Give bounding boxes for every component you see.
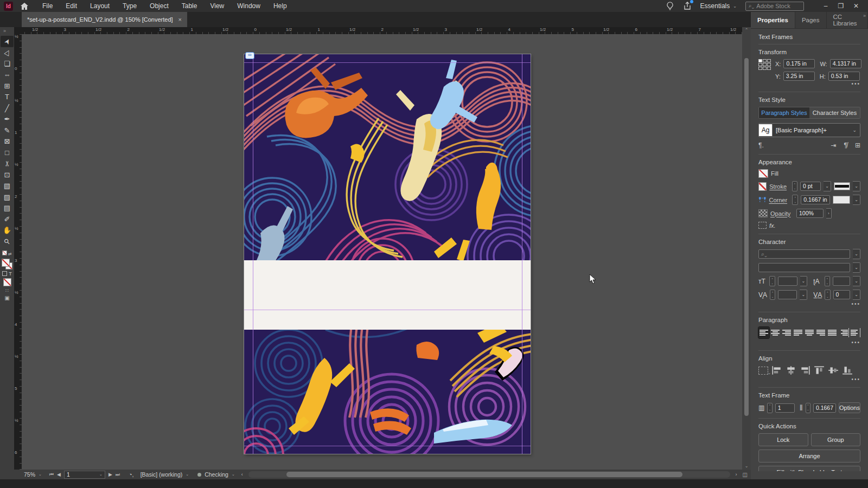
align-vertical-centers-button[interactable] <box>828 365 839 375</box>
paragraph-style-dropdown[interactable]: Ag [Basic Paragraph]+ ⌄ <box>758 123 860 137</box>
workspace-switcher[interactable]: Essentials⌄ <box>700 2 737 10</box>
transform-more-options[interactable]: ••• <box>758 81 860 87</box>
x-field[interactable]: 0.175 in <box>783 59 815 68</box>
fill-stroke-swatch[interactable] <box>2 259 12 269</box>
kerning-field[interactable] <box>778 290 797 299</box>
learn-icon[interactable] <box>666 2 674 10</box>
stroke-type-dropdown[interactable]: ⌄ <box>853 181 860 191</box>
ruler-guide[interactable] <box>244 310 531 310</box>
postcard-top-artwork[interactable] <box>244 54 531 260</box>
stroke-type-preview[interactable] <box>834 182 850 190</box>
tools-overflow-icon[interactable]: » <box>3 28 6 34</box>
opacity-field[interactable]: 100% <box>796 209 824 218</box>
left-margin-guide[interactable] <box>253 54 253 454</box>
scroll-up-icon[interactable]: ⌃ <box>745 27 749 34</box>
menu-file[interactable]: File <box>42 2 53 10</box>
stroke-swatch[interactable] <box>758 182 767 191</box>
pencil-tool[interactable]: ✎ <box>1 125 14 136</box>
default-fill-stroke-icon[interactable]: ⇄ <box>2 251 12 257</box>
align-to-selector[interactable]: ⌄ <box>758 367 768 375</box>
line-tool[interactable]: ╱ <box>1 102 14 114</box>
paragraph-mark-icon[interactable]: ¶. <box>758 142 764 149</box>
status-chevron-icon[interactable]: ⌄ <box>232 472 235 477</box>
right-margin-guide[interactable] <box>522 54 522 454</box>
vertical-scrollbar[interactable]: ⌃ ⌄ <box>742 27 751 470</box>
first-page-button[interactable]: ⏮ <box>49 472 54 478</box>
page-tool[interactable]: ❏ <box>1 58 14 69</box>
columns-field[interactable]: 1 <box>775 403 795 413</box>
align-center-button[interactable] <box>770 327 781 338</box>
scroll-left-icon[interactable]: ‹ <box>241 472 243 477</box>
corner-stepper[interactable]: ⌃⌄ <box>792 195 798 205</box>
corner-shape-dropdown[interactable]: ⌄ <box>853 195 860 205</box>
font-size-stepper[interactable]: ⌃⌄ <box>769 276 775 286</box>
font-style-chevron[interactable]: ⌄ <box>853 262 860 273</box>
font-style-dropdown[interactable] <box>758 263 850 272</box>
share-icon[interactable] <box>683 2 692 10</box>
formatting-affects-toggle[interactable]: T <box>2 271 12 277</box>
menu-type[interactable]: Type <box>123 2 137 10</box>
postcard-bottom-artwork[interactable] <box>244 330 531 454</box>
horizontal-scrollbar[interactable] <box>248 471 730 478</box>
reference-point-selector[interactable] <box>758 59 771 81</box>
align-horizontal-centers-button[interactable] <box>786 365 796 375</box>
new-style-icon[interactable]: ⊞ <box>855 142 860 149</box>
tab-pages[interactable]: Pages <box>795 12 827 28</box>
indesign-logo[interactable]: Id <box>4 2 13 11</box>
align-right-edges-button[interactable] <box>800 365 810 375</box>
paragraph-styles-tab[interactable]: Paragraph Styles <box>759 107 809 118</box>
split-view-icon[interactable]: ◫ <box>743 472 748 478</box>
tab-properties[interactable]: Properties <box>751 12 795 28</box>
zoom-tool[interactable]: ⚲ <box>1 236 14 247</box>
close-button[interactable]: ✕ <box>848 2 864 10</box>
fx-icon[interactable]: fx. <box>769 222 776 229</box>
tracking-field[interactable]: 0 <box>833 290 851 299</box>
stroke-label[interactable]: Stroke <box>769 183 789 190</box>
align-left-edges-button[interactable] <box>771 365 782 375</box>
justify-center-button[interactable] <box>804 327 815 338</box>
corner-shape-preview[interactable] <box>833 196 851 204</box>
top-margin-guide[interactable] <box>244 62 531 63</box>
preflight-chevron-icon[interactable]: ⌄ <box>186 472 189 477</box>
align-towards-spine-button[interactable] <box>838 327 849 338</box>
gutter-field[interactable]: 0.1667 <box>813 403 836 413</box>
apply-none-swatch[interactable] <box>3 278 11 286</box>
linked-image-badge[interactable]: ∞ <box>245 52 254 59</box>
restore-button[interactable]: ❐ <box>833 2 848 10</box>
object-effects-icon[interactable] <box>758 222 767 229</box>
last-page-button[interactable]: ⏭ <box>116 472 120 478</box>
corner-radius-field[interactable]: 0.1667 in <box>801 195 829 204</box>
kerning-chevron[interactable]: ⌄ <box>800 290 807 300</box>
stock-search-input[interactable]: ⌕⌄ Adobe Stock <box>745 2 804 11</box>
horizontal-scroll-thumb[interactable] <box>286 472 682 477</box>
content-collector-tool[interactable]: ⊞ <box>1 80 14 92</box>
type-tool[interactable]: T <box>1 92 14 103</box>
align-left-button[interactable] <box>758 327 769 338</box>
font-family-dropdown[interactable]: ⌕⌄ <box>758 249 850 259</box>
menu-edit[interactable]: Edit <box>66 2 77 10</box>
frame-tool[interactable]: ⊠ <box>1 136 14 147</box>
vertical-ruler[interactable]: ½0½1½2½3½4½5½6 <box>14 34 22 470</box>
align-away-from-spine-button[interactable] <box>850 327 860 338</box>
style-override-icon[interactable]: ¶̸ <box>844 142 847 149</box>
stroke-weight-dropdown[interactable]: ⌄ <box>824 181 831 191</box>
height-field[interactable]: 0.53 in <box>828 72 860 81</box>
menu-view[interactable]: View <box>210 2 224 10</box>
minimize-button[interactable]: – <box>818 2 833 10</box>
previous-page-button[interactable]: ◀ <box>57 472 61 477</box>
fill-swatch[interactable] <box>758 169 768 178</box>
page-number-field[interactable]: 1⌄ <box>64 471 105 479</box>
gutter-stepper[interactable]: ⌃⌄ <box>806 403 810 413</box>
preflight-profile[interactable]: [Basic] (working) <box>141 471 183 478</box>
document-tab[interactable]: *set-up-a-postcard_END_V2.indd @ 150% [C… <box>22 12 187 27</box>
gradient-feather-tool[interactable]: ▨ <box>1 191 14 203</box>
font-family-chevron[interactable]: ⌄ <box>853 249 860 259</box>
tracking-stepper[interactable]: ⌃⌄ <box>825 290 830 300</box>
bottom-margin-guide[interactable] <box>244 446 531 446</box>
corner-label[interactable]: Corner <box>769 197 789 203</box>
zoom-chevron-icon[interactable]: ⌄ <box>39 472 42 477</box>
align-bottom-edges-button[interactable] <box>842 365 853 375</box>
width-field[interactable]: 4.1317 in <box>830 59 861 68</box>
kerning-stepper[interactable]: ⌃⌄ <box>770 290 775 300</box>
leading-field[interactable] <box>833 277 850 286</box>
